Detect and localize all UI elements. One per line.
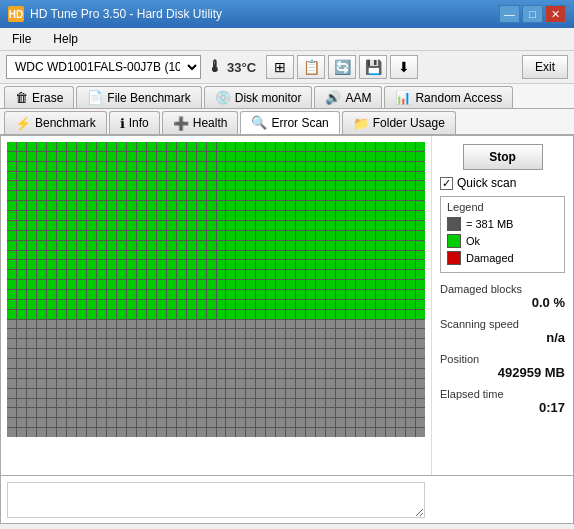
maximize-button[interactable]: □ [522, 5, 543, 23]
grid-block [316, 270, 325, 279]
grid-block [17, 399, 26, 408]
grid-block [306, 418, 315, 427]
grid-block [286, 270, 295, 279]
grid-block [67, 399, 76, 408]
grid-block [117, 172, 126, 181]
grid-block [356, 349, 365, 358]
grid-block [376, 231, 385, 240]
grid-block [177, 251, 186, 260]
grid-block [276, 162, 285, 171]
grid-block [57, 231, 66, 240]
grid-block [366, 191, 375, 200]
grid-block [167, 428, 176, 437]
grid-block [356, 251, 365, 260]
grid-block [177, 152, 186, 161]
grid-block [396, 172, 405, 181]
grid-block [137, 270, 146, 279]
minimize-button[interactable]: — [499, 5, 520, 23]
status-text-area[interactable] [7, 482, 425, 518]
grid-block [197, 251, 206, 260]
grid-block [416, 379, 425, 388]
grid-block [117, 428, 126, 437]
tab-aam[interactable]: 🔊 AAM [314, 86, 382, 108]
tab-folder-usage[interactable]: 📁 Folder Usage [342, 111, 456, 134]
grid-block [137, 329, 146, 338]
toolbar-btn-2[interactable]: 📋 [297, 55, 325, 79]
grid-block [7, 142, 16, 151]
grid-block [7, 329, 16, 338]
grid-block [276, 349, 285, 358]
grid-block [336, 201, 345, 210]
toolbar-btn-1[interactable]: ⊞ [266, 55, 294, 79]
grid-block [406, 231, 415, 240]
grid-block [336, 172, 345, 181]
grid-block [67, 191, 76, 200]
grid-block [246, 241, 255, 250]
tab-benchmark[interactable]: ⚡ Benchmark [4, 111, 107, 134]
grid-block [207, 162, 216, 171]
grid-block [217, 379, 226, 388]
tab-health[interactable]: ➕ Health [162, 111, 239, 134]
grid-block [276, 231, 285, 240]
grid-block [157, 260, 166, 269]
grid-block [197, 399, 206, 408]
grid-block [187, 320, 196, 329]
menu-file[interactable]: File [6, 30, 37, 48]
tab-file-benchmark[interactable]: 📄 File Benchmark [76, 86, 201, 108]
tab-info[interactable]: ℹ Info [109, 111, 160, 134]
grid-block [336, 428, 345, 437]
grid-block [406, 260, 415, 269]
quick-scan-checkbox[interactable]: ✓ [440, 177, 453, 190]
grid-block [47, 260, 56, 269]
grid-block [316, 349, 325, 358]
grid-block [336, 359, 345, 368]
grid-block [57, 399, 66, 408]
tab-error-scan[interactable]: 🔍 Error Scan [240, 111, 339, 134]
grid-block [187, 201, 196, 210]
grid-block [127, 241, 136, 250]
grid-block [406, 349, 415, 358]
grid-block [276, 379, 285, 388]
grid-block [296, 221, 305, 230]
grid-block [226, 359, 235, 368]
exit-button[interactable]: Exit [522, 55, 568, 79]
grid-block [57, 172, 66, 181]
tab-erase[interactable]: 🗑 Erase [4, 86, 74, 108]
window-title: HD Tune Pro 3.50 - Hard Disk Utility [30, 7, 222, 21]
tab-disk-monitor[interactable]: 💿 Disk monitor [204, 86, 313, 108]
toolbar-btn-5[interactable]: ⬇ [390, 55, 418, 79]
title-bar: HD HD Tune Pro 3.50 - Hard Disk Utility … [0, 0, 574, 28]
grid-block [366, 329, 375, 338]
grid-block [17, 251, 26, 260]
tab-benchmark-label: Benchmark [35, 116, 96, 130]
grid-block [197, 211, 206, 220]
grid-block [366, 152, 375, 161]
grid-block [197, 280, 206, 289]
grid-block [157, 329, 166, 338]
grid-block [246, 389, 255, 398]
stats-section: Damaged blocks 0.0 % Scanning speed n/a … [440, 283, 565, 415]
grid-block [217, 221, 226, 230]
grid-block [386, 142, 395, 151]
grid-block [147, 428, 156, 437]
grid-block [346, 379, 355, 388]
drive-selector[interactable]: WDC WD1001FALS-00J7B (1000 GB) [6, 55, 201, 79]
grid-block [236, 260, 245, 269]
grid-block [7, 359, 16, 368]
close-button[interactable]: ✕ [545, 5, 566, 23]
grid-block [127, 211, 136, 220]
grid-block [37, 221, 46, 230]
grid-block [346, 260, 355, 269]
toolbar-btn-4[interactable]: 💾 [359, 55, 387, 79]
stop-button[interactable]: Stop [463, 144, 543, 170]
grid-block [336, 152, 345, 161]
grid-block [27, 201, 36, 210]
toolbar-btn-3[interactable]: 🔄 [328, 55, 356, 79]
menu-help[interactable]: Help [47, 30, 84, 48]
grid-block [306, 260, 315, 269]
grid-block [296, 320, 305, 329]
tab-random-access[interactable]: 📊 Random Access [384, 86, 513, 108]
grid-block [97, 201, 106, 210]
grid-block [296, 300, 305, 309]
grid-block [197, 389, 206, 398]
